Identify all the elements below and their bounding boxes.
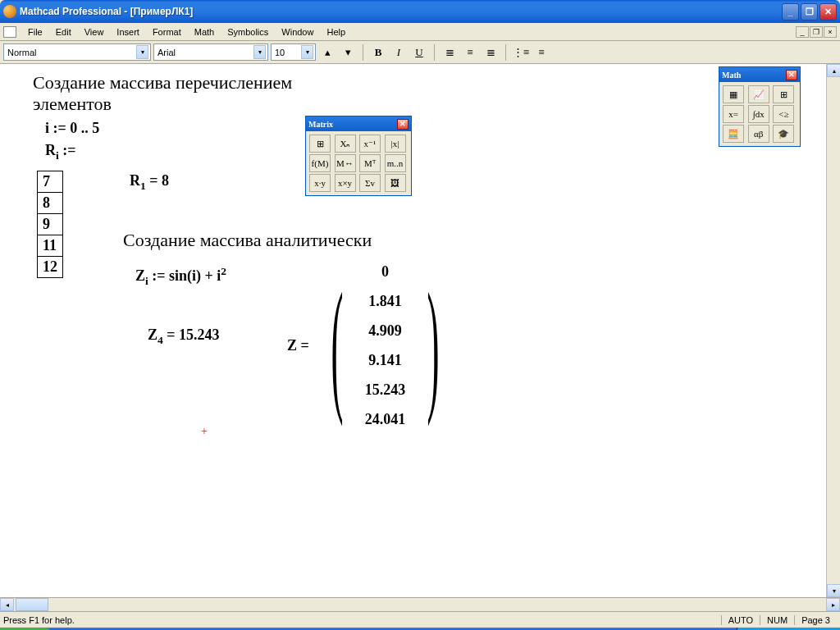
palette-button[interactable]: ▦: [723, 85, 744, 103]
r1-result[interactable]: R1 = 8: [130, 172, 169, 193]
math-palette-body: ▦📈⊞x=∫dx<≥🧮αβ🎓: [719, 82, 800, 146]
z-value: 9.141: [365, 345, 406, 375]
style-combo[interactable]: Normal ▾: [3, 43, 151, 61]
palette-button[interactable]: 🧮: [723, 125, 744, 143]
palette-button[interactable]: ∫dx: [748, 105, 769, 123]
separator: [363, 44, 363, 61]
mdi-restore[interactable]: ❐: [810, 26, 823, 38]
window-title: Mathcad Professional - [ПримерЛК1]: [20, 6, 782, 17]
z-eq-label: Z =: [287, 337, 309, 354]
close-icon[interactable]: ✕: [397, 119, 409, 130]
align-right-button[interactable]: ≣: [482, 43, 500, 62]
math-palette[interactable]: Math ✕ ▦📈⊞x=∫dx<≥🧮αβ🎓: [719, 66, 801, 147]
r-cell[interactable]: 11: [38, 235, 63, 257]
z-value: 15.243: [365, 375, 406, 404]
palette-button[interactable]: x=: [723, 105, 744, 123]
palette-button[interactable]: x×y: [335, 174, 356, 192]
size-up-button[interactable]: ▴: [318, 43, 336, 62]
status-auto: AUTO: [721, 615, 760, 625]
z-vector[interactable]: Z = ( 01.8414.9099.14115.24324.041 ): [287, 257, 458, 434]
font-value: Arial: [158, 48, 176, 57]
r-table[interactable]: 7891112: [37, 171, 63, 278]
palette-button[interactable]: αβ: [748, 125, 769, 143]
horizontal-scrollbar[interactable]: ◂ ▸: [0, 597, 840, 611]
chevron-down-icon: ▾: [136, 45, 148, 59]
scroll-right-button[interactable]: ▸: [826, 598, 840, 611]
scroll-thumb[interactable]: [16, 598, 48, 611]
palette-button[interactable]: 🎓: [773, 125, 794, 143]
matrix-palette[interactable]: Matrix ✕ ⊞Xₙx⁻¹|x|f(M)M↔Mᵀm..nx·yx×yΣv🖼: [305, 116, 412, 196]
r-cell[interactable]: 7: [38, 171, 63, 193]
mdi-close[interactable]: ×: [824, 26, 837, 38]
chevron-down-icon: ▾: [301, 45, 313, 59]
z-value: 1.841: [365, 286, 406, 316]
palette-button[interactable]: M↔: [335, 154, 356, 172]
palette-button[interactable]: Σv: [359, 174, 381, 192]
scroll-up-button[interactable]: ▴: [827, 64, 840, 77]
palette-button[interactable]: x⁻¹: [359, 135, 381, 153]
palette-button[interactable]: ⊞: [773, 85, 794, 103]
document-icon[interactable]: [3, 26, 16, 38]
app-icon: [3, 5, 16, 18]
heading-1[interactable]: Создание массива перечислением элементов: [33, 72, 336, 115]
matrix-palette-title[interactable]: Matrix ✕: [306, 116, 411, 131]
font-combo[interactable]: Arial ▾: [153, 43, 268, 61]
align-center-button[interactable]: ≡: [461, 43, 479, 62]
format-toolbar: Normal ▾ Arial ▾ 10 ▾ ▴ ▾ B I U ≣ ≡ ≣ ⋮≡…: [0, 41, 840, 64]
worksheet[interactable]: Создание массива перечислением элементов…: [0, 64, 840, 597]
minimize-button[interactable]: _: [782, 3, 799, 21]
z-value: 4.909: [365, 316, 406, 345]
palette-button[interactable]: m..n: [385, 154, 406, 172]
chevron-down-icon: ▾: [253, 45, 266, 59]
palette-button[interactable]: f(M): [309, 154, 331, 172]
close-button[interactable]: ✕: [819, 3, 837, 21]
menu-help[interactable]: Help: [320, 25, 352, 39]
palette-button[interactable]: |x|: [385, 135, 406, 153]
menu-symbolics[interactable]: Symbolics: [221, 25, 275, 39]
menu-window[interactable]: Window: [275, 25, 320, 39]
mdi-minimize[interactable]: _: [796, 26, 809, 38]
heading-2[interactable]: Создание массива аналитически: [123, 230, 372, 251]
align-left-button[interactable]: ≣: [441, 43, 459, 62]
vertical-scrollbar[interactable]: ▴ ▾: [826, 64, 840, 597]
math-palette-title[interactable]: Math ✕: [719, 67, 800, 82]
bullets-button[interactable]: ⋮≡: [512, 43, 530, 62]
z4-result[interactable]: Z4 = 15.243: [148, 326, 220, 347]
maximize-button[interactable]: ❐: [801, 3, 818, 21]
menu-math[interactable]: Math: [188, 25, 221, 39]
matrix-palette-body: ⊞Xₙx⁻¹|x|f(M)M↔Mᵀm..nx·yx×yΣv🖼: [306, 131, 411, 195]
menu-edit[interactable]: Edit: [49, 25, 78, 39]
r-cell[interactable]: 9: [38, 214, 63, 235]
scroll-left-button[interactable]: ◂: [0, 598, 14, 611]
r-cell[interactable]: 12: [38, 257, 63, 278]
range-definition[interactable]: i := 0 .. 5: [45, 120, 99, 137]
separator: [434, 44, 435, 61]
palette-button[interactable]: ⊞: [309, 135, 331, 153]
size-combo[interactable]: 10 ▾: [271, 43, 316, 61]
z-definition[interactable]: Zi := sin(i) + i2: [135, 265, 226, 288]
scroll-down-button[interactable]: ▾: [827, 584, 840, 597]
numbering-button[interactable]: ≡: [532, 43, 550, 62]
size-value: 10: [275, 48, 285, 57]
size-down-button[interactable]: ▾: [339, 43, 357, 62]
close-icon[interactable]: ✕: [786, 70, 797, 80]
palette-button[interactable]: 🖼: [385, 174, 406, 192]
menu-format[interactable]: Format: [146, 25, 188, 39]
underline-button[interactable]: U: [410, 43, 428, 62]
palette-button[interactable]: 📈: [748, 85, 769, 103]
palette-button[interactable]: x·y: [309, 174, 331, 192]
palette-button[interactable]: <≥: [773, 105, 794, 123]
italic-button[interactable]: I: [390, 43, 408, 62]
palette-button[interactable]: Mᵀ: [359, 154, 381, 172]
menu-insert[interactable]: Insert: [110, 25, 146, 39]
menu-file[interactable]: File: [21, 25, 49, 39]
cursor-crosshair: +: [201, 425, 208, 438]
menu-view[interactable]: View: [78, 25, 111, 39]
bold-button[interactable]: B: [369, 43, 387, 62]
separator: [505, 44, 506, 61]
status-hint: Press F1 for help.: [3, 615, 721, 625]
r-cell[interactable]: 8: [38, 193, 63, 214]
palette-button[interactable]: Xₙ: [335, 135, 356, 153]
status-page: Page 3: [794, 615, 837, 625]
r-assign[interactable]: Ri :=: [45, 142, 76, 162]
